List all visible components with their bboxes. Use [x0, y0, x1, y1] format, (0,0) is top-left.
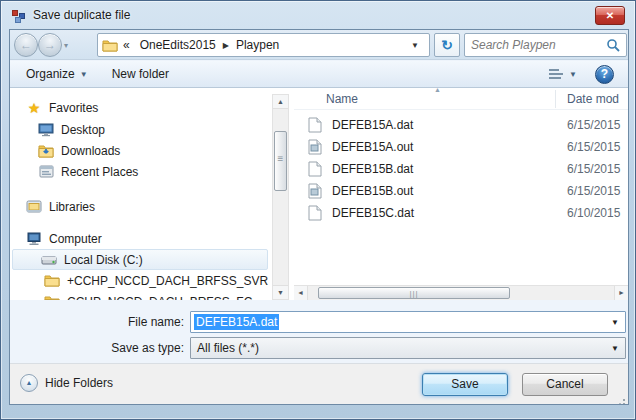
desktop-icon [38, 122, 54, 138]
out-file-icon [308, 183, 324, 199]
cancel-button[interactable]: Cancel [522, 373, 608, 396]
scrollbar-thumb[interactable] [318, 287, 510, 299]
file-name: DEFEB15A.dat [332, 118, 413, 132]
forward-button[interactable]: → [38, 33, 62, 57]
sidebar-item-recent-places[interactable]: Recent Places [38, 161, 138, 182]
breadcrumb-item-oneedits2015[interactable]: OneEdits2015 [135, 38, 221, 52]
app-icon [11, 8, 27, 24]
file-date: 6/10/2015 [567, 206, 620, 220]
downloads-icon [38, 143, 54, 159]
combo-dropdown-icon[interactable]: ▼ [605, 344, 625, 353]
sidebar-scrollbar[interactable]: ▲ ▼ [272, 94, 289, 300]
file-name-label: File name: [14, 311, 184, 333]
search-input[interactable] [471, 38, 606, 52]
file-name-value-selected[interactable]: DEFEB15A.dat [194, 314, 279, 330]
save-as-type-value: All files (*.*) [197, 341, 259, 355]
folder-icon [102, 38, 118, 52]
file-name: DEFEB15B.out [332, 184, 413, 198]
organize-button[interactable]: Organize ▼ [18, 67, 96, 81]
sidebar-item-label: Desktop [61, 123, 105, 137]
sidebar-item-label: Favorites [49, 101, 98, 115]
breadcrumb-item-playpen[interactable]: Playpen [231, 38, 284, 52]
save-dialog-window: Save duplicate file ✕ ← → ▾ « OneEdits20… [0, 0, 636, 420]
file-date: 6/15/2015 [567, 162, 620, 176]
folder-icon [44, 294, 60, 301]
new-folder-button[interactable]: New folder [104, 67, 177, 81]
computer-icon [26, 231, 42, 247]
file-date: 6/15/2015 [567, 184, 620, 198]
file-browser: ★ Favorites Desktop Downloads [10, 88, 628, 300]
new-folder-label: New folder [112, 67, 169, 81]
change-view-button[interactable]: ▼ [549, 68, 577, 80]
sidebar-item-desktop[interactable]: Desktop [38, 119, 105, 140]
file-row[interactable]: DEFEB15A.out 6/15/2015 [296, 136, 628, 157]
folder-icon [44, 273, 60, 289]
file-name: DEFEB15A.out [332, 140, 413, 154]
libraries-icon [26, 199, 42, 215]
save-button[interactable]: Save [422, 373, 508, 396]
file-row[interactable]: DEFEB15B.out 6/15/2015 [296, 180, 628, 201]
file-row[interactable]: DEFEB15A.dat 6/15/2015 [296, 114, 628, 135]
scroll-left-icon[interactable]: ◄ [294, 286, 308, 300]
resize-grip[interactable] [623, 399, 625, 401]
column-separator[interactable] [555, 90, 556, 108]
address-bar[interactable]: « OneEdits2015 ▶ Playpen ▼ [97, 33, 430, 57]
search-icon[interactable] [606, 38, 620, 52]
dat-file-icon [308, 205, 324, 221]
title-bar[interactable]: Save duplicate file ✕ [1, 1, 635, 29]
sidebar-item-label: Recent Places [61, 165, 138, 179]
sidebar-item-label: Downloads [61, 144, 120, 158]
sidebar-item-label: Computer [49, 232, 102, 246]
sidebar-item-label: +CCHP_NCCD_DACH_BRFSS_SVR [67, 274, 268, 288]
column-header-date-modified[interactable]: Date mod [567, 92, 619, 106]
sidebar-item-label: Libraries [49, 200, 95, 214]
sidebar-item-downloads[interactable]: Downloads [38, 140, 120, 161]
sidebar-item-favorites[interactable]: ★ Favorites [26, 97, 98, 118]
save-as-type-combo[interactable]: All files (*.*) ▼ [190, 337, 626, 359]
scroll-up-icon[interactable]: ▲ [273, 95, 288, 109]
close-button[interactable]: ✕ [595, 6, 625, 25]
sidebar-item-cchp-svr-folder[interactable]: +CCHP_NCCD_DACH_BRFSS_SVR [44, 270, 268, 291]
file-row[interactable]: DEFEB15B.dat 6/15/2015 [296, 158, 628, 179]
back-button[interactable]: ← [14, 33, 38, 57]
breadcrumb-separator-icon: ▶ [221, 41, 231, 50]
search-box [464, 33, 627, 57]
scroll-right-icon[interactable]: ► [614, 286, 628, 300]
navigation-bar: ← → ▾ « OneEdits2015 ▶ Playpen ▼ ↻ [10, 30, 628, 60]
address-dropdown-icon[interactable]: ▼ [405, 41, 425, 50]
command-toolbar: Organize ▼ New folder ▼ ? [10, 61, 628, 88]
scroll-down-icon[interactable]: ▼ [273, 285, 288, 299]
sidebar-item-libraries[interactable]: Libraries [26, 196, 95, 217]
views-icon [549, 68, 565, 80]
sidebar-item-cchp-fc-folder[interactable]: CCHP_NCCD_DACH_BRFSS_FC [44, 291, 252, 300]
file-list-header: ▲ Name Date mod [294, 88, 628, 110]
column-header-name[interactable]: Name [326, 92, 358, 106]
file-name: DEFEB15B.dat [332, 162, 413, 176]
sidebar-item-computer[interactable]: Computer [26, 228, 102, 249]
file-name-combo[interactable]: DEFEB15A.dat ▼ [190, 311, 626, 333]
dat-file-icon [308, 161, 324, 177]
hide-folders-button[interactable]: ▲ Hide Folders [20, 374, 113, 392]
views-dropdown-icon: ▼ [569, 70, 577, 79]
sidebar-item-label: Local Disk (C:) [64, 253, 143, 267]
refresh-icon: ↻ [441, 37, 453, 53]
window-title: Save duplicate file [33, 8, 130, 22]
file-name: DEFEB15C.dat [332, 206, 414, 220]
file-row[interactable]: DEFEB15C.dat 6/10/2015 [296, 202, 628, 223]
breadcrumb-overflow-icon[interactable]: « [118, 38, 135, 52]
dialog-footer: ▲ Hide Folders Save Cancel [10, 363, 628, 404]
combo-dropdown-icon[interactable]: ▼ [605, 318, 625, 327]
sort-ascending-icon: ▲ [434, 88, 441, 93]
scrollbar-thumb[interactable] [274, 131, 287, 191]
refresh-button[interactable]: ↻ [434, 33, 460, 57]
forward-icon: → [39, 34, 61, 56]
history-dropdown-icon[interactable]: ▾ [64, 41, 68, 50]
organize-dropdown-icon: ▼ [80, 70, 88, 79]
organize-label: Organize [26, 67, 75, 81]
file-list-horizontal-scrollbar[interactable]: ◄ ► [294, 285, 628, 300]
file-date: 6/15/2015 [567, 118, 620, 132]
help-button[interactable]: ? [595, 65, 614, 84]
hide-folders-chevron-icon: ▲ [20, 374, 38, 392]
sidebar-item-label: CCHP_NCCD_DACH_BRFSS_FC [67, 295, 252, 301]
sidebar-item-local-disk-c[interactable]: Local Disk (C:) [12, 249, 268, 270]
